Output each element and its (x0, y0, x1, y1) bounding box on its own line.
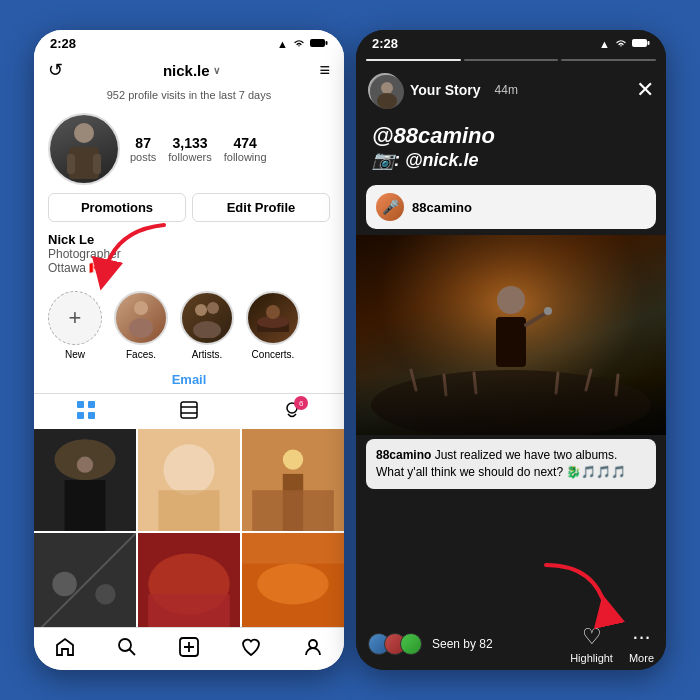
svg-point-9 (207, 302, 219, 314)
more-button[interactable]: ··· More (629, 624, 654, 664)
stats-section: 87 posts 3,133 followers 474 following (130, 135, 330, 163)
nav-profile[interactable] (302, 636, 324, 664)
history-icon[interactable]: ↺ (48, 59, 63, 81)
nav-heart[interactable] (240, 636, 262, 664)
chevron-icon: ∨ (213, 65, 220, 76)
dm-avatar: 🎤 (376, 193, 404, 221)
battery-icon (310, 38, 328, 50)
story-dm-card[interactable]: 🎤 88camino (366, 185, 656, 229)
battery-icon-r (632, 38, 650, 50)
caption-handle: 88camino (376, 448, 431, 462)
story-caption: 88camino Just realized we have two album… (366, 439, 656, 489)
grid-photo-3[interactable] (242, 429, 344, 531)
story-bar-1 (366, 59, 461, 61)
story-concert-image (356, 235, 666, 435)
svg-point-8 (195, 304, 207, 316)
profile-buttons: Promotions Edit Profile (34, 193, 344, 230)
grid-photo-6[interactable] (242, 533, 344, 635)
svg-point-27 (164, 444, 215, 495)
svg-rect-15 (88, 401, 95, 408)
grid-photo-2[interactable] (138, 429, 240, 531)
bottom-nav (34, 627, 344, 670)
tab-reels[interactable] (179, 400, 199, 425)
nav-add[interactable] (178, 636, 200, 664)
stat-followers: 3,133 followers (168, 135, 211, 163)
status-icons-right: ▲ (599, 38, 650, 50)
highlight-icon: ♡ (582, 624, 602, 650)
story-avatar (368, 73, 402, 107)
left-phone: 2:28 ▲ ↺ (34, 30, 344, 670)
promotions-button[interactable]: Promotions (48, 193, 186, 222)
status-icons-left: ▲ (277, 38, 328, 50)
story-header: Your Story 44m ✕ (356, 65, 666, 113)
bio-title: Photographer (48, 247, 330, 261)
svg-rect-14 (77, 401, 84, 408)
nav-home[interactable] (54, 636, 76, 664)
svg-point-13 (266, 305, 280, 319)
dm-name: 88camino (412, 200, 472, 215)
story-bottom: Seen by 82 ♡ Highlight ··· More (356, 616, 666, 670)
time-left: 2:28 (50, 36, 76, 51)
svg-point-10 (193, 321, 221, 338)
svg-point-55 (497, 286, 525, 314)
wifi-icon-r (614, 38, 628, 50)
top-nav: ↺ nick.le ∨ ≡ (34, 53, 344, 87)
story-progress-bars (356, 53, 666, 65)
username-display[interactable]: nick.le ∨ (163, 62, 220, 79)
seen-avatar-3 (400, 633, 422, 655)
svg-rect-0 (310, 39, 325, 47)
stat-following: 474 following (224, 135, 267, 163)
highlight-button[interactable]: ♡ Highlight (570, 624, 613, 664)
menu-icon[interactable]: ≡ (319, 60, 330, 81)
story-time: 44m (495, 83, 518, 97)
time-right: 2:28 (372, 36, 398, 51)
photo-grid (34, 429, 344, 635)
svg-point-58 (544, 307, 552, 315)
grid-photo-4[interactable] (34, 533, 136, 635)
svg-rect-24 (65, 480, 106, 531)
svg-line-44 (130, 650, 136, 656)
svg-point-52 (381, 82, 393, 94)
svg-point-2 (74, 123, 94, 143)
svg-rect-32 (252, 490, 334, 531)
highlight-concerts[interactable]: Concerts. (246, 291, 300, 360)
tab-grid[interactable] (76, 400, 96, 425)
tab-icons-row: 6 (34, 393, 344, 429)
highlight-artists[interactable]: Artists. (180, 291, 234, 360)
highlight-faces[interactable]: Faces. (114, 291, 168, 360)
highlight-new[interactable]: + New (48, 291, 102, 360)
bio-section: Nick Le Photographer Ottawa 🇨🇦 (34, 230, 344, 283)
email-link[interactable]: Email (34, 366, 344, 393)
tab-tagged[interactable]: 6 (282, 400, 302, 425)
story-content: @88camino 📷: @nick.le (356, 113, 666, 179)
right-phone: 2:28 ▲ (356, 30, 666, 670)
svg-point-30 (283, 449, 303, 469)
grid-photo-1[interactable] (34, 429, 136, 531)
story-avatar-name: Your Story 44m (368, 73, 518, 107)
story-close-button[interactable]: ✕ (636, 77, 654, 103)
nav-search[interactable] (116, 636, 138, 664)
signal-icon-r: ▲ (599, 38, 610, 50)
svg-point-7 (129, 318, 153, 338)
svg-rect-1 (326, 41, 328, 45)
story-bar-3 (561, 59, 656, 61)
more-icon: ··· (632, 624, 650, 650)
edit-profile-button[interactable]: Edit Profile (192, 193, 330, 222)
svg-point-6 (134, 301, 148, 315)
status-bar-left: 2:28 ▲ (34, 30, 344, 53)
seen-avatars (368, 633, 416, 655)
svg-rect-4 (67, 154, 75, 174)
profile-visits-text: 952 profile visits in the last 7 days (34, 87, 344, 107)
story-bar-2 (464, 59, 559, 61)
svg-rect-18 (181, 402, 197, 418)
svg-rect-17 (88, 412, 95, 419)
svg-rect-28 (158, 490, 219, 531)
story-mention-2: 📷: @nick.le (372, 149, 650, 171)
wifi-icon (292, 38, 306, 50)
grid-photo-5[interactable] (138, 533, 240, 635)
bio-name: Nick Le (48, 232, 330, 247)
svg-point-36 (95, 584, 115, 604)
bio-location: Ottawa 🇨🇦 (48, 261, 330, 275)
highlights-row: + New Faces. (34, 283, 344, 366)
svg-point-25 (77, 457, 93, 473)
